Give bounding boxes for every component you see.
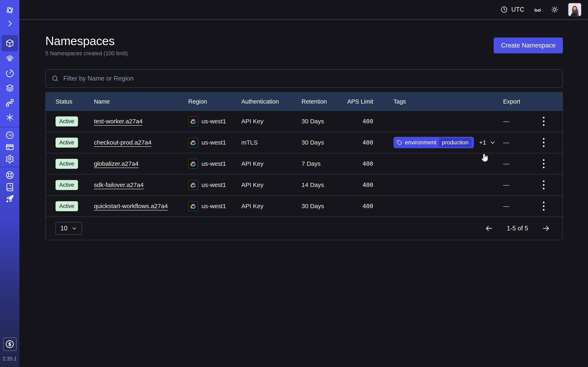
- timer-icon: [5, 69, 15, 78]
- app-window: 2.35.1 UTC: [0, 0, 588, 367]
- layers-icon: [5, 83, 15, 93]
- table-header: Status Name Region Authentication Retent…: [46, 92, 562, 110]
- tag-key: environment: [405, 139, 436, 146]
- kebab-dot: [543, 124, 545, 126]
- sun-icon: [551, 6, 559, 13]
- gauge-icon: [5, 131, 15, 140]
- aps-limit-value: 400: [363, 118, 373, 125]
- sidebar-item-schedules[interactable]: [2, 66, 18, 81]
- kebab-dot: [543, 202, 545, 203]
- kebab-dot: [543, 117, 545, 118]
- region-label: us-west1: [201, 139, 226, 146]
- retention-period: 7 Days: [302, 160, 320, 167]
- asterisk-icon: [5, 113, 15, 122]
- tags-expand-button[interactable]: [489, 139, 496, 146]
- sidebar-item-getting-started[interactable]: [2, 193, 18, 205]
- auth-method: API Key: [241, 203, 263, 210]
- region-provider-chip: [188, 201, 198, 211]
- sidebar-divider: [0, 167, 19, 167]
- table-row: Active test-worker.a27a4 us-west1 API Ke…: [46, 110, 562, 132]
- rocket-icon: [5, 194, 15, 203]
- gcp-icon: [190, 182, 196, 188]
- row-actions-menu-button[interactable]: [541, 178, 546, 192]
- sidebar-item-nexus[interactable]: [2, 110, 18, 125]
- kebab-dot: [543, 138, 545, 140]
- retention-period: 30 Days: [302, 118, 324, 125]
- filter-input[interactable]: [63, 75, 557, 82]
- namespace-link[interactable]: checkout-prod.a27a4: [94, 139, 151, 146]
- namespaces-table: Status Name Region Authentication Retent…: [45, 92, 563, 240]
- filter-bar: [45, 69, 563, 88]
- namespace-link[interactable]: sdk-failover.a27a4: [94, 182, 144, 188]
- namespace-link[interactable]: globalizer.a27a4: [94, 160, 139, 167]
- chevron-down-icon: [489, 139, 496, 146]
- sidebar-divider: [0, 127, 19, 127]
- gcp-icon: [190, 140, 196, 146]
- page-subtitle: 5 Namespaces created (100 limit): [45, 50, 128, 57]
- region-provider-chip: [188, 138, 198, 147]
- next-page-button[interactable]: [542, 224, 550, 233]
- namespace-link[interactable]: quickstart-workflows.a27a4: [94, 203, 168, 210]
- column-header-export: Export: [503, 98, 530, 105]
- export-value: —: [503, 160, 509, 167]
- tag-value: production: [439, 138, 471, 147]
- timezone-label: UTC: [511, 6, 524, 13]
- user-avatar[interactable]: [568, 3, 581, 16]
- row-actions-menu-button[interactable]: [541, 115, 546, 128]
- row-actions-menu-button[interactable]: [541, 200, 546, 213]
- table-row: Active quickstart-workflows.a27a4 us-wes…: [46, 195, 562, 217]
- region-provider-chip: [188, 159, 198, 169]
- kebab-dot: [543, 145, 545, 147]
- kebab-dot: [543, 184, 545, 186]
- sidebar-item-usage[interactable]: [2, 129, 18, 141]
- arrow-left-icon: [485, 224, 493, 233]
- auth-method: mTLS: [241, 139, 258, 146]
- export-value: —: [503, 139, 509, 146]
- sidebar-expand-button[interactable]: [2, 17, 18, 29]
- page-title: Namespaces: [45, 34, 128, 48]
- sidebar-item-insights[interactable]: [2, 51, 18, 66]
- main-area: UTC: [19, 0, 588, 367]
- content: Namespaces 5 Namespaces created (100 lim…: [19, 20, 588, 240]
- kebab-dot: [543, 167, 545, 168]
- aps-limit-value: 400: [363, 160, 373, 167]
- export-value: —: [503, 182, 509, 188]
- status-badge: Active: [56, 117, 78, 126]
- tag-pill[interactable]: environment production: [393, 137, 474, 148]
- column-header-aps-limit: APS Limit: [342, 98, 373, 105]
- page-size-select[interactable]: 10: [56, 222, 82, 235]
- sidebar-item-docs[interactable]: [2, 181, 18, 193]
- version-label: 2.35.1: [3, 356, 17, 362]
- lifebuoy-icon: [5, 170, 15, 180]
- sidebar-item-namespaces[interactable]: [2, 35, 18, 51]
- chevron-down-icon: [71, 225, 77, 231]
- row-actions-menu-button[interactable]: [541, 136, 546, 149]
- book-sparkles-icon: [5, 182, 15, 192]
- glasses-icon: [534, 6, 541, 13]
- namespace-link[interactable]: test-worker.a27a4: [94, 118, 143, 125]
- tags-group: environment production +1: [393, 137, 496, 148]
- topbar: UTC: [19, 0, 588, 20]
- row-actions-menu-button[interactable]: [541, 157, 546, 170]
- sidebar-item-deployments[interactable]: [2, 81, 18, 95]
- sidebar-item-support[interactable]: [2, 169, 18, 181]
- badge-dollar-icon: [5, 340, 14, 349]
- create-namespace-button[interactable]: Create Namespace: [494, 38, 563, 53]
- cost-estimator-button[interactable]: [3, 337, 17, 351]
- timezone-selector[interactable]: UTC: [500, 6, 524, 13]
- previous-page-button[interactable]: [485, 224, 493, 233]
- gear-icon: [5, 154, 15, 164]
- column-header-name: Name: [94, 98, 188, 105]
- theme-toggle-button[interactable]: [551, 6, 559, 13]
- temporal-logo[interactable]: [2, 3, 18, 17]
- auth-method: API Key: [241, 182, 263, 188]
- pagination-range-label: 1-5 of 5: [507, 225, 528, 232]
- chevron-right-icon: [5, 19, 15, 28]
- labs-toggle-button[interactable]: [534, 6, 541, 13]
- sidebar-item-billing[interactable]: [2, 141, 18, 153]
- status-badge: Active: [56, 138, 78, 148]
- sidebar-item-batch-operations[interactable]: [2, 95, 18, 110]
- page-size-value: 10: [61, 225, 67, 232]
- sidebar-item-settings[interactable]: [2, 153, 18, 165]
- status-badge: Active: [56, 180, 78, 190]
